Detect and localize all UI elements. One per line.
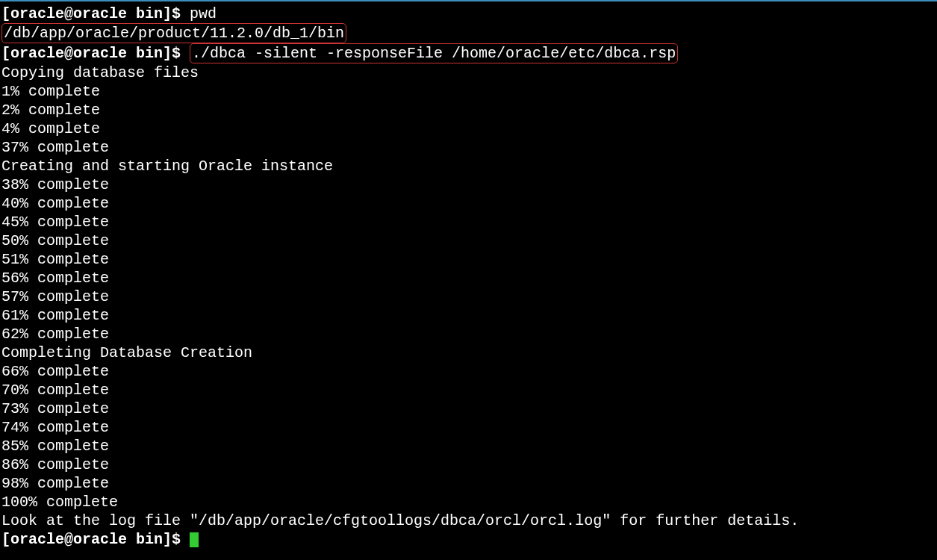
terminal-output-line: 85% complete xyxy=(1,437,936,455)
terminal-output-line: 70% complete xyxy=(1,381,936,399)
terminal-output-line: Copying database files xyxy=(1,63,936,82)
terminal-output-line: 61% complete xyxy=(1,306,936,325)
terminal-line: [oracle@oracle bin]$ pwd xyxy=(1,4,936,23)
terminal-output-line: 4% complete xyxy=(1,119,936,138)
terminal-line: [oracle@oracle bin]$ xyxy=(1,530,936,549)
terminal-output-line: 73% complete xyxy=(1,399,936,418)
terminal-output-line: Look at the log file "/db/app/oracle/cfg… xyxy=(1,511,936,530)
terminal-output-line: 74% complete xyxy=(1,418,936,437)
terminal-output-line: 98% complete xyxy=(1,474,936,493)
terminal-output: Copying database files1% complete2% comp… xyxy=(1,63,936,530)
terminal-output-line: 57% complete xyxy=(1,287,936,306)
terminal-line: [oracle@oracle bin]$ ./dbca -silent -res… xyxy=(1,43,936,63)
terminal-output-line: 50% complete xyxy=(1,231,936,250)
terminal-window[interactable]: [oracle@oracle bin]$ pwd /db/app/oracle/… xyxy=(0,1,937,552)
terminal-output-line: 2% complete xyxy=(1,101,936,119)
terminal-output-line: 1% complete xyxy=(1,82,936,101)
terminal-output-line: 62% complete xyxy=(1,325,936,343)
shell-prompt: [oracle@oracle bin]$ xyxy=(1,5,190,22)
terminal-output-line: Creating and starting Oracle instance xyxy=(1,157,936,175)
highlighted-command: ./dbca -silent -responseFile /home/oracl… xyxy=(190,43,678,63)
shell-prompt: [oracle@oracle bin]$ xyxy=(1,531,190,548)
terminal-output-line: 66% complete xyxy=(1,362,936,381)
terminal-output-line: 38% complete xyxy=(1,175,936,194)
terminal-line: /db/app/oracle/product/11.2.0/db_1/bin xyxy=(1,23,936,43)
cursor-block xyxy=(190,532,199,547)
terminal-output-line: 56% complete xyxy=(1,269,936,287)
terminal-output-line: 51% complete xyxy=(1,250,936,269)
terminal-output-line: 37% complete xyxy=(1,138,936,157)
highlighted-path: /db/app/oracle/product/11.2.0/db_1/bin xyxy=(1,23,346,43)
command-text: pwd xyxy=(190,5,217,22)
shell-prompt: [oracle@oracle bin]$ xyxy=(1,45,190,62)
terminal-output-line: 45% complete xyxy=(1,213,936,231)
terminal-output-line: 100% complete xyxy=(1,493,936,511)
terminal-output-line: 86% complete xyxy=(1,455,936,474)
terminal-output-line: Completing Database Creation xyxy=(1,343,936,362)
terminal-output-line: 40% complete xyxy=(1,194,936,213)
